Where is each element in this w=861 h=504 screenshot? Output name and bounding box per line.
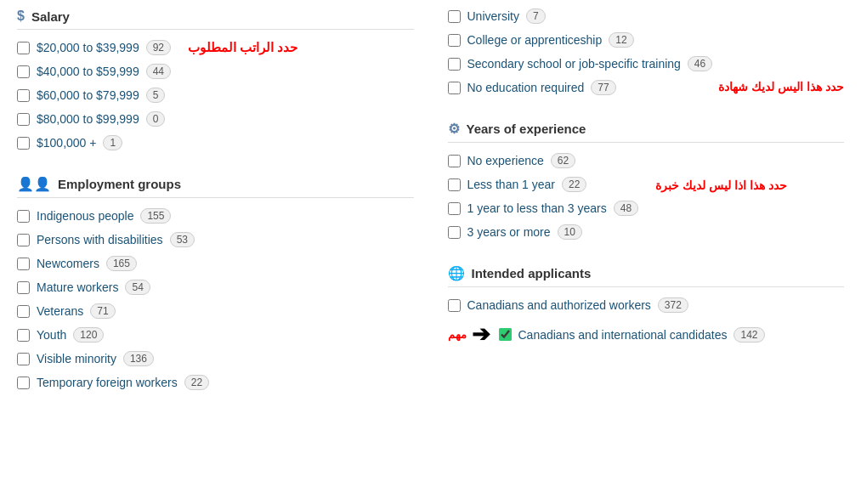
experience-label-1[interactable]: Less than 1 year 22	[467, 177, 587, 192]
experience-item-2[interactable]: 1 year to less than 3 years 48	[448, 201, 639, 216]
salary-item-0[interactable]: $20,000 to $39,999 92	[17, 40, 171, 55]
salary-item-4[interactable]: $100,000 + 1	[17, 135, 171, 150]
dollar-icon: $	[17, 8, 25, 24]
employment-checkbox-2[interactable]	[17, 258, 30, 270]
employment-title: 👤👤 Employment groups	[17, 176, 414, 198]
employment-checkbox-0[interactable]	[17, 210, 30, 223]
salary-label-4[interactable]: $100,000 + 1	[37, 135, 122, 150]
employment-badge-7: 22	[184, 375, 209, 390]
salary-checkbox-4[interactable]	[17, 137, 30, 150]
employment-checkbox-7[interactable]	[17, 377, 30, 389]
salary-item-3[interactable]: $80,000 to $99,999 0	[17, 111, 171, 127]
employment-checkbox-6[interactable]	[17, 353, 30, 365]
salary-checkbox-2[interactable]	[17, 89, 30, 102]
employment-item-2[interactable]: Newcomers 165	[17, 256, 414, 271]
applicants-item-1[interactable]: Canadians and international candidates 1…	[499, 327, 765, 343]
arrow-label: مهم	[448, 328, 467, 341]
employment-badge-4: 71	[90, 303, 115, 319]
salary-checkbox-0[interactable]	[17, 42, 30, 54]
employment-label-1[interactable]: Persons with disabilities 53	[37, 232, 195, 247]
education-badge-1: 12	[609, 32, 633, 48]
applicants-title: 🌐 Intended applicants	[448, 265, 845, 287]
employment-label-5[interactable]: Youth 120	[37, 327, 104, 343]
education-label-3[interactable]: No education required 77	[467, 80, 616, 95]
salary-badge-4: 1	[103, 135, 122, 150]
education-item-1[interactable]: College or apprenticeship 12	[448, 32, 845, 48]
salary-label: Salary	[31, 9, 70, 24]
employment-badge-2: 165	[106, 256, 137, 271]
experience-checkbox-2[interactable]	[448, 202, 461, 215]
education-label-0[interactable]: University 7	[467, 8, 546, 24]
education-item-0[interactable]: University 7	[448, 8, 845, 24]
experience-checkbox-0[interactable]	[448, 155, 461, 167]
education-badge-2: 46	[688, 56, 712, 71]
employment-label-6[interactable]: Visible minority 136	[37, 351, 154, 366]
salary-checkbox-3[interactable]	[17, 113, 30, 126]
employment-item-1[interactable]: Persons with disabilities 53	[17, 232, 414, 247]
salary-checkbox-1[interactable]	[17, 65, 30, 78]
experience-item-3[interactable]: 3 years or more 10	[448, 224, 639, 240]
experience-checkbox-3[interactable]	[448, 226, 461, 239]
experience-label-2[interactable]: 1 year to less than 3 years 48	[467, 201, 639, 216]
education-checkbox-1[interactable]	[448, 34, 461, 47]
salary-label-2[interactable]: $60,000 to $79,999 5	[37, 88, 165, 103]
applicants-label: Intended applicants	[472, 266, 592, 280]
experience-checkboxes: No experience 62 Less than 1 year 22	[448, 153, 639, 248]
education-badge-3: 77	[591, 80, 615, 95]
salary-badge-3: 0	[146, 111, 166, 127]
education-item-3[interactable]: No education required 77	[448, 80, 616, 95]
employment-label-0[interactable]: Indigenous people 155	[37, 208, 171, 224]
applicants-section: 🌐 Intended applicants Canadians and auth…	[448, 265, 845, 348]
education-item-2[interactable]: Secondary school or job-specific trainin…	[448, 56, 845, 71]
salary-checkboxes: $20,000 to $39,999 92 $40,000 to $59,999…	[17, 40, 171, 159]
employment-label-2[interactable]: Newcomers 165	[37, 256, 137, 271]
experience-item-1[interactable]: Less than 1 year 22	[448, 177, 639, 192]
experience-label-0[interactable]: No experience 62	[467, 153, 576, 168]
employment-checkbox-1[interactable]	[17, 234, 30, 246]
employment-item-3[interactable]: Mature workers 54	[17, 280, 414, 295]
salary-annotation: حدد الراتب المطلوب	[188, 40, 297, 55]
applicants-checkbox-0[interactable]	[448, 299, 461, 312]
employment-checkbox-3[interactable]	[17, 281, 30, 294]
applicants-checkbox-1[interactable]	[499, 328, 512, 341]
salary-item-2[interactable]: $60,000 to $79,999 5	[17, 88, 171, 103]
applicants-label-1[interactable]: Canadians and international candidates 1…	[518, 327, 765, 343]
employment-item-4[interactable]: Veterans 71	[17, 303, 414, 319]
experience-item-0[interactable]: No experience 62	[448, 153, 639, 168]
salary-label-3[interactable]: $80,000 to $99,999 0	[37, 111, 165, 127]
experience-badge-2: 48	[614, 201, 638, 216]
applicants-label-0[interactable]: Canadians and authorized workers 372	[467, 297, 688, 313]
salary-label-0[interactable]: $20,000 to $39,999 92	[37, 40, 171, 55]
employment-label-4[interactable]: Veterans 71	[37, 303, 116, 319]
salary-section: $ Salary $20,000 to $39,999 92	[17, 8, 414, 159]
employment-label: Employment groups	[58, 177, 181, 191]
main-container: $ Salary $20,000 to $39,999 92	[17, 8, 844, 407]
experience-badge-3: 10	[558, 224, 582, 240]
employment-item-0[interactable]: Indigenous people 155	[17, 208, 414, 224]
education-checkbox-3[interactable]	[448, 82, 461, 94]
employment-item-7[interactable]: Temporary foreign workers 22	[17, 375, 414, 390]
education-label-1[interactable]: College or apprenticeship 12	[467, 32, 634, 48]
education-section: University 7 College or apprenticeship 1…	[448, 8, 845, 104]
employment-badge-3: 54	[125, 280, 150, 295]
employment-section: 👤👤 Employment groups Indigenous people 1…	[17, 176, 414, 390]
applicants-badge-0: 372	[658, 297, 688, 313]
employment-label-3[interactable]: Mature workers 54	[37, 280, 150, 295]
experience-label-3[interactable]: 3 years or more 10	[467, 224, 582, 240]
arrow-icon: ➔	[472, 321, 490, 348]
arrow-annotation: مهم ➔	[448, 321, 490, 348]
employment-item-6[interactable]: Visible minority 136	[17, 351, 414, 366]
employment-checkbox-4[interactable]	[17, 305, 30, 318]
employment-badge-5: 120	[73, 327, 104, 343]
education-label-2[interactable]: Secondary school or job-specific trainin…	[467, 56, 713, 71]
experience-checkbox-1[interactable]	[448, 178, 461, 191]
salary-item-1[interactable]: $40,000 to $59,999 44	[17, 64, 171, 79]
salary-label-1[interactable]: $40,000 to $59,999 44	[37, 64, 171, 79]
experience-section: ⚙ Years of experience No experience 62	[448, 121, 845, 248]
education-checkbox-2[interactable]	[448, 58, 461, 71]
employment-label-7[interactable]: Temporary foreign workers 22	[37, 375, 209, 390]
employment-item-5[interactable]: Youth 120	[17, 327, 414, 343]
applicants-item-0[interactable]: Canadians and authorized workers 372	[448, 297, 845, 313]
education-checkbox-0[interactable]	[448, 10, 461, 23]
employment-checkbox-5[interactable]	[17, 329, 30, 342]
